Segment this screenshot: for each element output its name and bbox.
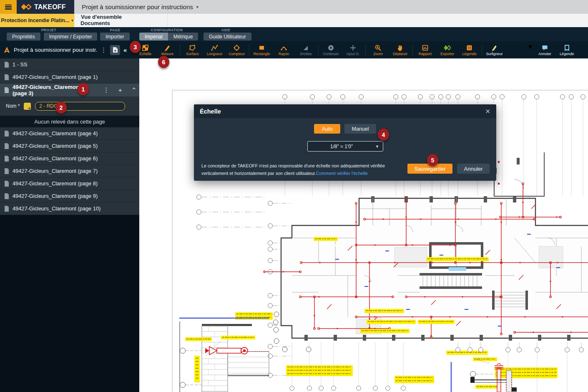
plan-toolbar-left: Projet à soumissionner pour instr... ⋮ « (3, 41, 127, 58)
imprimer-exporter-button[interactable]: Imprimer / Exporter (44, 33, 98, 40)
tool-label: Annoter (538, 52, 551, 56)
verify-scale-link[interactable]: Comment vérifier l'échelle (316, 171, 368, 176)
guide-utilisateur-button[interactable]: Guide Utilisateur (204, 33, 251, 40)
page-item-label: 49427-Gicleurs_Claremont (page 7) (13, 168, 98, 174)
surface-icon (189, 44, 196, 51)
workspace-selector-tab[interactable]: Protection Incendie Platin... ▾ (0, 14, 74, 27)
tool-label: Surface (186, 52, 199, 56)
plan-canvas[interactable]: Échelle ✕ Auto Manuel 1/8" = 1'0" ▼ Le c… (139, 58, 588, 392)
close-icon[interactable]: ✕ (485, 108, 490, 115)
ribbon-group-configuration: CONFIGURATIONImpérialMétrique (139, 27, 194, 41)
segment-imp-rial[interactable]: Impérial (139, 33, 168, 40)
page-list-bottom: 49427-Gicleurs_Claremont (page 4)49427-G… (0, 127, 139, 215)
collapse-chevron-icon[interactable]: ⌃ (129, 86, 139, 94)
hamburger-icon (5, 5, 12, 10)
file-icon (4, 87, 9, 93)
tool-label: Déplacer (393, 52, 407, 56)
lines-icon (302, 44, 309, 51)
tool-droites: Droites (295, 44, 317, 56)
importer-button[interactable]: Importer (100, 33, 130, 40)
propri-t-s-button[interactable]: Propriétés (7, 33, 40, 40)
ribbon-group-label: PAGE (100, 28, 130, 32)
note-add-icon[interactable] (24, 103, 31, 110)
scale-select[interactable]: 1/8" = 1'0" ▼ (307, 141, 383, 152)
tool-rayon[interactable]: Rayon (273, 44, 295, 56)
add-document-button[interactable] (110, 45, 120, 55)
tool-zoom[interactable]: Zoom (367, 44, 389, 56)
scale-select-value: 1/8" = 1'0" (308, 144, 375, 149)
chevron-down-icon[interactable]: ▼ (527, 43, 534, 51)
manual-button[interactable]: Manuel (344, 124, 376, 134)
tool-label: Continuer (323, 52, 339, 56)
chevron-down-icon: ▼ (375, 144, 383, 149)
kebab-menu-icon[interactable]: ⋮ (101, 46, 107, 54)
counter-icon (233, 44, 240, 51)
tool-continuer: Continuer (320, 44, 342, 56)
tool-l-gende[interactable]: Légende (458, 44, 480, 56)
project-title-dropdown[interactable]: Projet à soumissionner pour instructions… (82, 0, 199, 14)
chevron-down-icon: ▾ (196, 5, 199, 9)
page-item-label: 1 - SS (13, 61, 28, 68)
tool-l-gende[interactable]: Légende (556, 44, 578, 56)
page-list-item[interactable]: 49427-Gicleurs_Claremont (page 6) (0, 152, 139, 165)
page-item-label: 49427-Gicleurs_Claremont (page 4) (13, 130, 98, 137)
page-item-label: 49427-Gicleurs_Claremont (page 10) (13, 205, 101, 212)
page-item-label: 49427-Gicleurs_Claremont (page 6) (13, 155, 98, 162)
cancel-button[interactable]: Annuler (457, 164, 490, 174)
brand-name: TAKEOFF (34, 3, 66, 11)
tool-compteur[interactable]: Compteur (226, 44, 248, 56)
page-kebab-menu-icon[interactable]: ⋮ (101, 86, 111, 94)
file-icon (4, 62, 9, 68)
page-list-item[interactable]: 1 - SS (0, 58, 139, 71)
ribbon-bar: PROJETPropriétésImprimer / ExporterPAGEI… (0, 27, 588, 41)
auto-button[interactable]: Auto (314, 124, 340, 134)
tool-label: Compteur (229, 52, 245, 56)
page-list-item[interactable]: 49427-Gicleurs_Claremont (page 9) (0, 190, 139, 202)
add-takeoff-icon[interactable]: + (115, 86, 125, 94)
file-icon (4, 206, 9, 212)
tool-label: Surligneur (486, 52, 503, 56)
tool-label: Légende (462, 52, 476, 56)
tool-longueur[interactable]: Longueur (204, 44, 226, 56)
page-list-item[interactable]: 49427-Gicleurs_Claremont (page 7) (0, 165, 139, 177)
plan-project-name: Projet à soumissionner pour instr... (14, 47, 97, 53)
continue-icon (327, 44, 334, 51)
page-list-item[interactable]: 49427-Gicleurs_Claremont (page 8) (0, 177, 139, 190)
main-tab-bar: Protection Incendie Platin... ▾ Vue d'en… (0, 14, 588, 28)
tool-rectangle[interactable]: Rectangle (251, 44, 273, 56)
toolbar-separator (180, 45, 180, 56)
takeoff-diamonds-icon (21, 4, 32, 10)
page-list-top: 1 - SS49427-Gicleurs_Claremont (page 1) (0, 58, 139, 83)
page-list-item[interactable]: 49427-Gicleurs_Claremont (page 10) (0, 202, 139, 215)
step-badge-6: 6 (158, 56, 169, 68)
page-list-item[interactable]: 49427-Gicleurs_Claremont (page 4) (0, 127, 139, 140)
tab-vue-d-ensemble[interactable]: Vue d'ensemble (74, 14, 168, 20)
measure-icon (164, 44, 171, 51)
collapse-panel-icon[interactable]: « (123, 46, 127, 53)
page-name-input[interactable]: 2 - RDC (35, 102, 125, 111)
toolbar-separator (318, 45, 319, 56)
tool-d-placer[interactable]: Déplacer (389, 44, 411, 56)
scale-dialog-title: Échelle (200, 108, 221, 115)
takeoff-app: TAKEOFF Projet à soumissionner pour inst… (0, 0, 588, 392)
page-list-item[interactable]: 49427-Gicleurs_Claremont (page 1) (0, 71, 139, 83)
top-bar: TAKEOFF Projet à soumissionner pour inst… (0, 0, 588, 14)
scale-disclaimer: Le concepteur de TAKEOFF n'est pas respo… (201, 162, 401, 177)
scale-mode-row: Auto Manuel (194, 124, 496, 134)
hamburger-menu-button[interactable] (0, 0, 17, 14)
segment-m-trique[interactable]: Métrique (168, 33, 199, 40)
page-list-item[interactable]: 49427-Gicleurs_Claremont (page 5) (0, 140, 139, 152)
tool-mesure[interactable]: Mesure (156, 44, 178, 56)
tool-label: Rectangle (254, 52, 270, 56)
tool-exporter[interactable]: Exporter (436, 44, 458, 56)
tool-rapport[interactable]: Rapport (414, 44, 436, 56)
tool-annoter[interactable]: Annoter (534, 44, 556, 56)
tab-documents[interactable]: Documents (74, 20, 168, 26)
tool-surligneur[interactable]: Surligneur (483, 44, 505, 56)
tool-surface[interactable]: Surface (181, 44, 204, 56)
tool-label: Droites (300, 52, 312, 56)
workspace-label: Protection Incendie Platin... (1, 18, 69, 23)
length-icon (211, 44, 218, 51)
selected-page-row[interactable]: 49427-Gicleurs_Claremont (page 3) ⋮ + ⌃ (0, 83, 139, 96)
ribbon-group-projet: PROJETPropriétésImprimer / Exporter (7, 27, 91, 41)
